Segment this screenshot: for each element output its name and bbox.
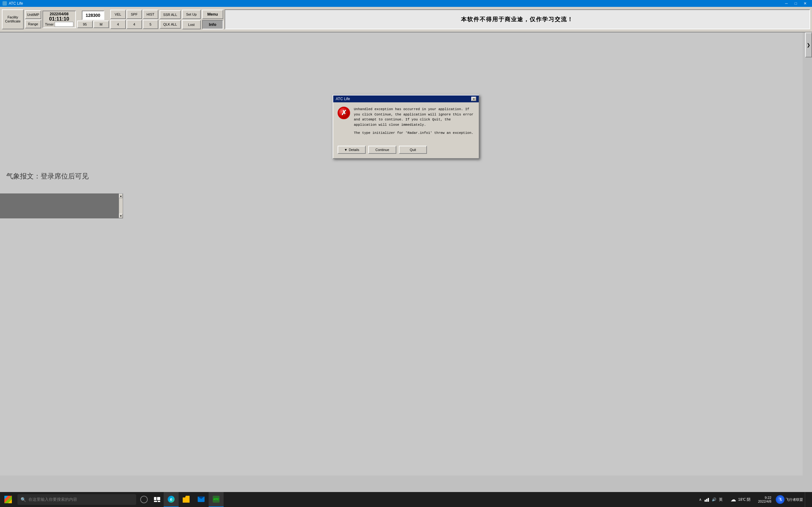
ssr-all-button[interactable]: SSR ALL [160,10,181,19]
vel-spf-vals-row: 4 4 5 [110,20,158,29]
close-button[interactable]: ✕ [801,0,810,7]
vel-spf-row: VEL SPF HIST [110,10,158,19]
range-sub2-button[interactable]: M [93,20,109,28]
start-button[interactable] [0,492,16,507]
error-icon: ✗ [338,107,350,119]
tray-icons: ∧ 🔊 英 [696,497,725,502]
qlk-all-button[interactable]: QLK ALL [160,20,181,29]
spf-button[interactable]: SPF [126,10,142,19]
vel-val-button[interactable]: 4 [110,20,126,29]
continue-button[interactable]: Continue [368,146,396,154]
quit-button[interactable]: Quit [399,146,427,154]
range-value: 128300 [82,11,104,20]
continue-label: Continue [375,148,389,152]
taskbar-tray: ∧ 🔊 英 ☁ 18℃ 阴 9:22 2022/4/8 飞 飞行者联盟 [693,492,812,507]
notice-panel: 本软件不得用于商业途，仅作学习交流！ [224,9,810,29]
vel-button[interactable]: VEL [110,10,126,19]
notice-text: 本软件不得用于商业途，仅作学习交流！ [461,16,573,23]
volume-icon[interactable]: 🔊 [711,497,717,502]
toolbar: Facility Certificate Unit IMP Range 2022… [0,7,812,33]
timer-label: Timer [45,22,54,26]
network-svg [705,497,710,502]
tray-weather[interactable]: ☁ 18℃ 阴 [727,496,754,503]
title-bar: ATC Life ─ □ ✕ [0,0,812,7]
brand-logo: 飞 [776,495,784,504]
dialog-message-main: Unhandled exception has occurred in your… [354,107,474,127]
window-title: ATC Life [9,1,23,6]
taskbar-apps: e ATC [164,492,693,507]
windows-logo [4,496,12,503]
chevron-down-icon: ▼ [344,148,348,152]
svg-rect-5 [706,499,707,502]
facility-certificate-button[interactable]: Facility Certificate [2,9,24,29]
task-view-button[interactable] [151,492,164,507]
search-placeholder: 在这里输入你要搜索的内容 [29,497,77,502]
hist-val-button[interactable]: 5 [143,20,158,29]
cortana-icon [140,496,148,503]
dialog-close-button[interactable]: ✕ [471,97,476,101]
range-display: 128300 95 M [77,11,109,28]
weather-temp: 18℃ 阴 [738,497,751,502]
vel-spf-hist-group: VEL SPF HIST 4 4 5 [110,10,158,29]
svg-rect-6 [708,498,709,502]
dialog-title-bar: ATC Life ✕ [333,96,479,102]
taskbar-atc-button[interactable]: ATC [209,492,223,507]
details-button[interactable]: ▼ Details [338,146,366,154]
svg-rect-2 [154,501,157,502]
show-desktop-button[interactable] [807,492,810,507]
tray-separator [805,492,805,507]
setup-lost-group: Set Up Lost [182,10,201,29]
unit-group: Unit IMP Range [25,10,41,29]
mail-v-icon [198,496,205,499]
taskbar: 🔍 在这里输入你要搜索的内容 e ATC [0,492,812,507]
time-display: 01:11:10 [49,16,69,22]
mail-icon [198,496,205,502]
date-display: 2022/04/08 [50,12,68,16]
taskbar-mail-button[interactable] [194,492,209,507]
spf-val-button[interactable]: 4 [126,20,142,29]
ssr-group: SSR ALL QLK ALL [160,10,181,29]
network-icon[interactable] [704,497,710,502]
tray-time: 9:22 [765,496,771,500]
timer-input[interactable] [55,22,73,27]
menu-button[interactable]: Menu [202,10,223,19]
title-bar-left: ATC Life [2,1,23,6]
dialog-overlay: ATC Life ✕ ✗ Unhandled exception has occ… [0,33,812,469]
svg-rect-0 [154,497,156,500]
dialog-content: ✗ Unhandled exception has occurred in yo… [333,102,479,143]
maximize-button[interactable]: □ [792,0,800,7]
lost-button[interactable]: Lost [182,20,201,29]
range-sub-group: 95 M [77,20,109,28]
details-label: Details [349,148,359,152]
setup-button[interactable]: Set Up [182,10,201,19]
info-button[interactable]: Info [202,20,223,29]
cortana-button[interactable] [138,492,151,507]
taskbar-search[interactable]: 🔍 在这里输入你要搜索的内容 [17,494,136,505]
language-icon[interactable]: 英 [718,497,724,502]
dialog-title: ATC Life [336,97,350,101]
datetime-group: 2022/04/08 01:11:10 Timer [43,11,76,28]
range-sub1-button[interactable]: 95 [77,20,93,28]
hist-button[interactable]: HIST [143,10,158,19]
task-view-icon [154,497,160,502]
weather-cloud-icon: ☁ [730,496,736,503]
search-icon: 🔍 [20,497,26,502]
app-icon [2,1,7,6]
error-x-mark: ✗ [341,109,347,117]
timer-group: Timer [45,22,73,27]
tray-up-arrow-icon[interactable]: ∧ [697,497,703,502]
taskbar-edge-button[interactable]: e [164,492,179,507]
tray-datetime[interactable]: 9:22 2022/4/8 [756,496,774,503]
svg-rect-1 [157,497,160,500]
atc-icon: ATC [213,496,219,503]
svg-rect-4 [705,500,706,502]
unit-range-button[interactable]: Range [25,20,41,29]
quit-label: Quit [410,148,416,152]
taskbar-explorer-button[interactable] [179,492,194,507]
windows-icon [4,496,12,503]
unit-imp-button[interactable]: Unit IMP [25,10,41,19]
edge-icon: e [168,496,174,503]
minimize-button[interactable]: ─ [782,0,791,7]
svg-rect-3 [158,501,160,502]
brand-name: 飞行者联盟 [786,497,803,502]
